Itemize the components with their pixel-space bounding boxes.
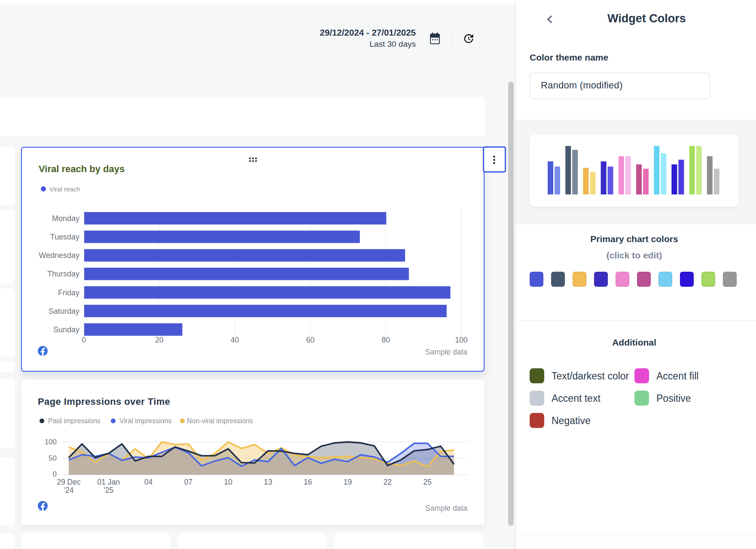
svg-text:Thursday: Thursday — [47, 270, 79, 278]
svg-text:60: 60 — [306, 336, 315, 344]
svg-text:Saturday: Saturday — [49, 307, 79, 315]
svg-text:25: 25 — [423, 478, 431, 486]
svg-text:07: 07 — [184, 478, 192, 486]
svg-text:Wednesday: Wednesday — [39, 251, 79, 260]
svg-text:0: 0 — [82, 336, 86, 344]
svg-text:Friday: Friday — [58, 288, 79, 297]
svg-text:29 Dec: 29 Dec — [57, 478, 81, 486]
svg-text:80: 80 — [381, 336, 390, 344]
svg-text:13: 13 — [264, 478, 272, 486]
svg-text:'25: '25 — [104, 486, 113, 494]
svg-text:50: 50 — [49, 454, 57, 462]
svg-text:0: 0 — [53, 470, 57, 478]
svg-text:'24: '24 — [64, 486, 74, 494]
svg-text:19: 19 — [344, 478, 352, 486]
svg-text:01 Jan: 01 Jan — [98, 478, 120, 486]
svg-text:Sunday: Sunday — [53, 325, 79, 334]
svg-text:Monday: Monday — [52, 214, 79, 223]
svg-text:100: 100 — [45, 438, 57, 446]
svg-text:10: 10 — [224, 478, 232, 486]
svg-text:Tuesday: Tuesday — [50, 233, 79, 241]
svg-text:40: 40 — [231, 336, 239, 344]
svg-text:04: 04 — [144, 478, 153, 486]
svg-text:100: 100 — [455, 336, 467, 344]
svg-text:16: 16 — [304, 478, 312, 486]
svg-text:22: 22 — [384, 478, 392, 486]
svg-text:20: 20 — [155, 336, 164, 344]
